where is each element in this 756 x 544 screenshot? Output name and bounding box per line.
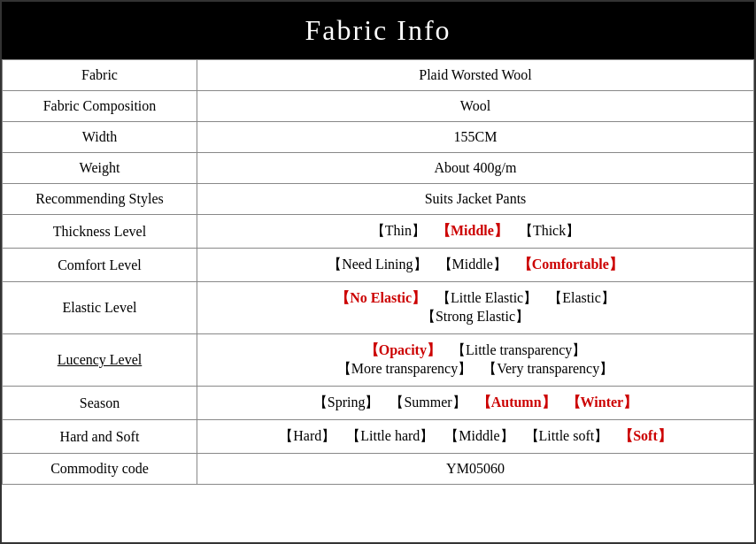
row-label: Weight: [3, 153, 197, 184]
row-value: Wool: [197, 91, 754, 122]
row-label: Fabric: [3, 60, 197, 91]
row-value: Plaid Worsted Wool: [197, 60, 754, 91]
row-value: 【Opacity】 【Little transparency】【More tra…: [197, 334, 754, 387]
table-row: Fabric CompositionWool: [3, 91, 754, 122]
table-row: FabricPlaid Worsted Wool: [3, 60, 754, 91]
row-label: Season: [3, 387, 197, 420]
fabric-info-table: FabricPlaid Worsted WoolFabric Compositi…: [2, 59, 754, 485]
table-row: WeightAbout 400g/m: [3, 153, 754, 184]
table-row: Commodity codeYM05060: [3, 454, 754, 485]
row-value: 155CM: [197, 122, 754, 153]
row-label: Recommending Styles: [3, 184, 197, 215]
row-value: Suits Jacket Pants: [197, 184, 754, 215]
row-value: 【Thin】 【Middle】 【Thick】: [197, 215, 754, 249]
table-row: Recommending StylesSuits Jacket Pants: [3, 184, 754, 215]
row-label: Elastic Level: [3, 282, 197, 334]
table-row: Comfort Level【Need Lining】 【Middle】 【Com…: [3, 249, 754, 282]
table-row: Thickness Level【Thin】 【Middle】 【Thick】: [3, 215, 754, 249]
row-label: Comfort Level: [3, 249, 197, 282]
row-value: 【Need Lining】 【Middle】 【Comfortable】: [197, 249, 754, 282]
row-value: YM05060: [197, 454, 754, 485]
table-row: Elastic Level【No Elastic】 【Little Elasti…: [3, 282, 754, 334]
table-row: Season【Spring】 【Summer】 【Autumn】 【Winter…: [3, 387, 754, 420]
row-value: About 400g/m: [197, 153, 754, 184]
row-label: Thickness Level: [3, 215, 197, 249]
table-row: Width155CM: [3, 122, 754, 153]
page-title: Fabric Info: [305, 14, 451, 46]
title-bar: Fabric Info: [2, 2, 754, 59]
row-label: Lucency Level: [3, 334, 197, 387]
table-row: Lucency Level【Opacity】 【Little transpare…: [3, 334, 754, 387]
row-label: Fabric Composition: [3, 91, 197, 122]
row-label: Commodity code: [3, 454, 197, 485]
table-row: Hard and Soft【Hard】 【Little hard】 【Middl…: [3, 420, 754, 454]
row-label: Width: [3, 122, 197, 153]
row-value: 【No Elastic】 【Little Elastic】 【Elastic】【…: [197, 282, 754, 334]
row-value: 【Hard】 【Little hard】 【Middle】 【Little so…: [197, 420, 754, 454]
row-label: Hard and Soft: [3, 420, 197, 454]
row-value: 【Spring】 【Summer】 【Autumn】 【Winter】: [197, 387, 754, 420]
